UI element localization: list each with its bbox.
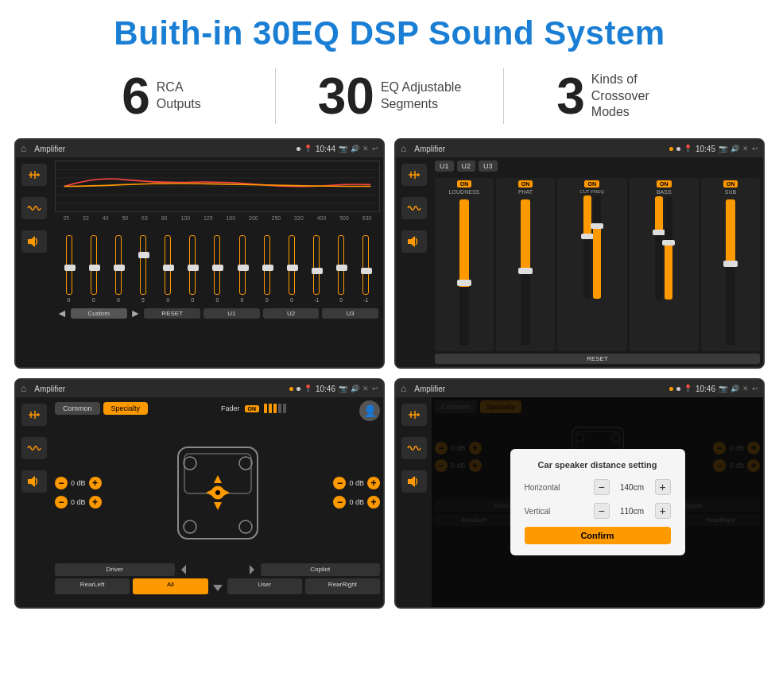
s3-filter-btn[interactable] [21,404,47,426]
eq-slider-1[interactable]: 0 [91,235,97,303]
eq-u1-btn[interactable]: U1 [203,308,260,319]
eq-slider-2[interactable]: 0 [115,235,122,303]
eq-filter-btn[interactable] [21,164,47,186]
eq-u2-btn[interactable]: U2 [263,308,320,319]
dot-icon-3 [289,387,293,391]
eq-slider-9[interactable]: 0 [289,235,295,303]
close-icon-4[interactable]: ✕ [742,385,749,393]
s2-filter-btn[interactable] [401,164,427,186]
u2-btn[interactable]: U2 [457,160,476,172]
rearleft-btn[interactable]: RearLeft [55,578,130,594]
close-icon-1[interactable]: ✕ [362,145,369,153]
volume-icon-4: 🔊 [731,385,739,393]
vertical-minus[interactable]: − [594,503,610,519]
u1-btn[interactable]: U1 [435,160,454,172]
all-btn[interactable]: All [133,578,207,594]
s2-wave-btn[interactable] [401,197,427,219]
close-icon-3[interactable]: ✕ [362,385,369,393]
eq-slider-10[interactable]: -1 [313,235,320,303]
eq-slider-12[interactable]: -1 [362,235,369,303]
s3-speaker-btn[interactable] [21,470,47,493]
db-val-fl: 0 dB [71,479,86,487]
loudness-on[interactable]: ON [457,180,472,188]
camera-icon-2: 📷 [719,145,727,153]
s2-speaker-btn[interactable] [401,230,427,253]
bass-on[interactable]: ON [657,180,672,188]
cutfreq-on[interactable]: ON [584,180,599,188]
eq-slider-11[interactable]: 0 [338,235,344,303]
confirm-button[interactable]: Confirm [525,527,671,544]
eq-slider-4[interactable]: 0 [165,235,171,303]
stat-text-rca: RCAOutputs [157,79,201,113]
copilot-btn[interactable]: Copilot [261,563,381,576]
phat-on[interactable]: ON [518,180,533,188]
stat-number-rca: 6 [122,71,150,122]
eq-slider-7[interactable]: 0 [239,235,246,303]
svg-rect-4 [28,239,31,244]
svg-marker-36 [250,565,254,574]
db-minus-rl[interactable]: − [55,496,68,509]
tab-common[interactable]: Common [55,402,100,415]
home-icon-3[interactable]: ⌂ [21,383,26,394]
s4-filter-btn[interactable] [401,404,427,426]
screen1-title: Amplifier [34,145,293,153]
db-plus-rr[interactable]: + [367,496,380,509]
svg-point-28 [239,457,252,470]
db-plus-fl[interactable]: + [89,477,102,489]
user-btn[interactable]: User [227,578,302,594]
page-title: Buith-in 30EQ DSP Sound System [0,0,779,62]
rearright-btn[interactable]: RearRight [305,578,380,594]
db-val-rl: 0 dB [71,498,86,506]
fader-on-badge[interactable]: ON [245,405,260,412]
fader-slider[interactable] [264,404,286,413]
back-icon-1[interactable]: ↩ [372,145,378,153]
db-minus-fl[interactable]: − [55,477,68,489]
back-icon-4[interactable]: ↩ [752,385,758,393]
back-icon-3[interactable]: ↩ [372,385,378,393]
eq-slider-5[interactable]: 0 [189,235,196,303]
back-icon-2[interactable]: ↩ [752,145,758,153]
vertical-plus[interactable]: + [655,503,671,519]
eq-prev-btn[interactable]: ◄ [56,307,68,319]
horizontal-plus[interactable]: + [655,479,671,495]
u3-btn[interactable]: U3 [479,160,498,172]
s2-reset-btn[interactable]: RESET [435,354,760,364]
home-icon[interactable]: ⌂ [21,143,26,154]
s4-speaker-btn[interactable] [401,470,427,493]
s4-wave-btn[interactable] [401,437,427,459]
eq-wave-btn[interactable] [21,197,47,219]
s2-main: U1 U2 U3 ON LOUDNESS [432,157,763,367]
eq-slider-8[interactable]: 0 [264,235,270,303]
stat-rca: 6 RCAOutputs [48,71,275,122]
home-icon-2[interactable]: ⌂ [401,143,406,154]
eq-next-btn[interactable]: ► [130,307,141,319]
home-icon-4[interactable]: ⌂ [401,383,406,394]
sub-on[interactable]: ON [723,180,738,188]
eq-sliders-row: 0 0 0 [55,223,380,303]
eq-slider-6[interactable]: 0 [214,235,220,303]
db-plus-rl[interactable]: + [89,496,102,509]
eq-speaker-btn[interactable] [21,230,47,253]
bottom-btns-1: Driver Copilot [55,563,380,576]
screen1-time: 10:44 [316,145,335,153]
eq-freq-labels: 253240506380100125160200250320400500630 [55,215,380,221]
db-minus-fr[interactable]: − [333,477,346,489]
eq-slider-3[interactable]: 5 [140,235,146,303]
db-plus-fr[interactable]: + [367,477,380,489]
driver-btn[interactable]: Driver [55,563,175,576]
svg-marker-31 [214,475,222,483]
avatar-btn[interactable]: 👤 [359,400,380,421]
horizontal-minus[interactable]: − [594,479,610,495]
db-minus-rr[interactable]: − [333,496,346,509]
db-control-fl: − 0 dB + [55,477,102,489]
db-control-rr: − 0 dB + [333,496,380,509]
s3-wave-btn[interactable] [21,437,47,459]
eq-u3-btn[interactable]: U3 [322,308,378,319]
tab-specialty[interactable]: Specialty [103,402,149,415]
fader-row: Fader ON [221,404,286,413]
svg-rect-21 [28,479,31,484]
loudness-label: LOUDNESS [449,189,480,195]
eq-slider-0[interactable]: 0 [66,235,72,303]
close-icon-2[interactable]: ✕ [742,145,749,153]
eq-reset-btn[interactable]: RESET [144,308,200,319]
